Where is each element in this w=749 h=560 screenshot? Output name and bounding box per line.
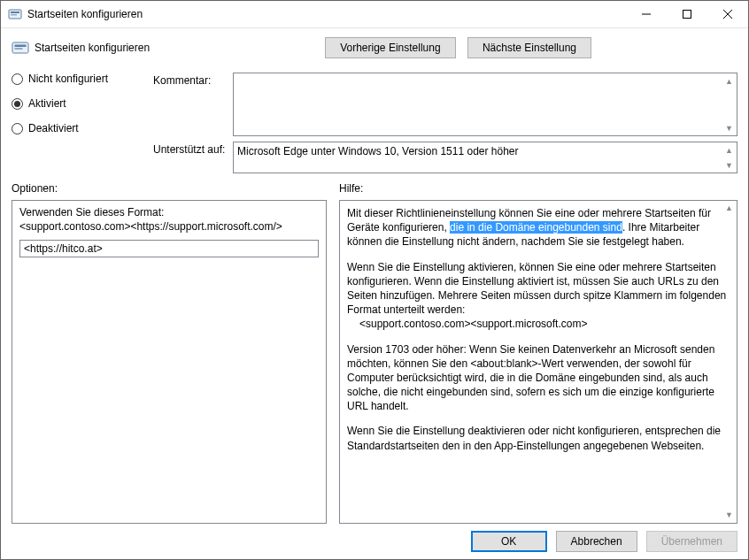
svg-rect-2 [11,14,17,16]
window-title: Startseiten konfigurieren [27,8,626,20]
close-button[interactable] [707,1,748,27]
comment-label: Kommentar: [153,73,233,136]
svg-rect-4 [683,11,691,19]
supported-label: Unterstützt auf: [153,142,233,173]
panels: Verwenden Sie dieses Format: <support.co… [12,200,737,524]
dialog-window: Startseiten konfigurieren Startseiten [0,0,749,560]
option-format-hint: <support.contoso.com><https://support.mi… [19,220,319,233]
svg-rect-8 [15,45,27,48]
scroll-up-icon[interactable]: ▲ [722,142,737,157]
radio-label: Aktiviert [28,97,66,110]
comment-textbox[interactable]: ▲ ▼ [233,73,737,136]
ok-button[interactable]: OK [471,531,547,552]
policy-header-icon [12,39,29,57]
svg-rect-1 [11,12,19,13]
radio-enabled[interactable]: Aktiviert [12,97,153,110]
config-row: Nicht konfiguriert Aktiviert Deaktiviert… [12,73,737,173]
radio-not-configured[interactable]: Nicht konfiguriert [12,73,153,85]
radio-icon [12,73,23,85]
scroll-up-icon[interactable]: ▲ [722,73,737,88]
options-label: Optionen: [12,182,339,195]
header-title: Startseiten konfigurieren [35,42,150,54]
help-paragraph: Mit dieser Richtlinieneinstellung können… [347,206,730,249]
radio-icon [12,123,23,134]
options-panel: Verwenden Sie dieses Format: <support.co… [12,200,327,524]
help-paragraph: Wenn Sie die Einstellung deaktivieren od… [347,424,730,452]
highlighted-text: die in die Domäne eingebunden sind [450,221,622,234]
state-radio-group: Nicht konfiguriert Aktiviert Deaktiviert [12,73,153,173]
policy-icon [8,7,22,21]
apply-button: Übernehmen [646,531,737,552]
help-panel: ▲ ▼ Mit dieser Richtlinieneinstellung kö… [339,200,737,524]
radio-disabled[interactable]: Deaktiviert [12,122,153,134]
scroll-down-icon[interactable]: ▼ [722,120,737,135]
svg-rect-9 [15,48,23,50]
radio-icon [12,98,23,110]
help-label: Hilfe: [339,182,737,195]
dialog-content: Startseiten konfigurieren Vorherige Eins… [1,28,748,559]
scroll-down-icon[interactable]: ▼ [722,508,737,523]
previous-setting-button[interactable]: Vorherige Einstellung [325,37,455,58]
window-controls [626,1,748,27]
header-row: Startseiten konfigurieren Vorherige Eins… [12,37,737,58]
option-format-label: Verwenden Sie dieses Format: [19,206,319,219]
scroll-down-icon[interactable]: ▼ [722,157,737,173]
nav-buttons: Vorherige Einstellung Nächste Einstellun… [325,37,591,58]
radio-label: Deaktiviert [28,122,79,134]
titlebar[interactable]: Startseiten konfigurieren [1,1,748,28]
supported-textbox: Microsoft Edge unter Windows 10, Version… [233,142,737,173]
dialog-footer: OK Abbrechen Übernehmen [12,524,737,552]
radio-label: Nicht konfiguriert [28,73,108,85]
next-setting-button[interactable]: Nächste Einstellung [467,37,591,58]
maximize-button[interactable] [667,1,707,27]
startpages-input[interactable] [19,240,319,257]
section-labels: Optionen: Hilfe: [12,182,737,195]
help-paragraph: Version 1703 oder höher: Wenn Sie keinen… [347,342,730,414]
help-paragraph: Wenn Sie die Einstellung aktivieren, kön… [347,260,730,332]
scroll-up-icon[interactable]: ▲ [722,201,737,216]
cancel-button[interactable]: Abbrechen [556,531,637,552]
minimize-button[interactable] [626,1,667,27]
